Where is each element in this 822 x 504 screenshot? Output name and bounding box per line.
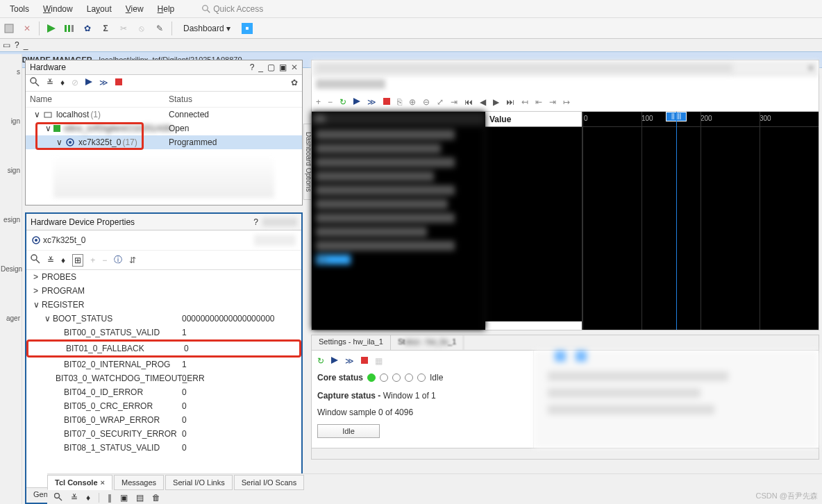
fast-forward-icon[interactable]: ≫ <box>99 78 108 87</box>
horizontal-scrollbar[interactable] <box>312 448 819 459</box>
search-icon[interactable] <box>54 493 62 503</box>
marker2-icon[interactable]: ⇤ <box>535 97 542 107</box>
tab-messages[interactable]: Messages <box>114 475 164 490</box>
waveform-canvas[interactable]: 0 100 200 300 || ||| <box>582 112 819 330</box>
play-icon[interactable] <box>85 78 92 87</box>
properties-tree[interactable]: > PROBES > PROGRAM ∨ REGISTER ∨ BOOT_STA… <box>26 270 301 487</box>
info-icon[interactable]: ⓘ <box>114 254 122 266</box>
marker3-icon[interactable]: ⇥ <box>549 97 556 107</box>
first-icon[interactable]: ⏮ <box>464 97 473 107</box>
remove-icon[interactable]: − <box>102 255 107 265</box>
help-small-icon[interactable]: ? <box>15 40 19 50</box>
play-icon[interactable] <box>353 97 360 107</box>
export-icon[interactable]: ⎘ <box>397 97 402 107</box>
menu-window[interactable]: Window <box>36 4 80 14</box>
minimize-icon[interactable]: _ <box>24 40 28 50</box>
refresh-icon[interactable]: ↻ <box>317 356 324 366</box>
chevron-icon[interactable]: > <box>33 272 42 282</box>
marker1-icon[interactable]: ↤ <box>521 97 528 107</box>
prev-icon[interactable]: ◀ <box>480 97 486 107</box>
tab-serial-scans[interactable]: Serial I/O Scans <box>234 475 304 490</box>
zoom-out-icon[interactable]: ⊖ <box>423 97 430 107</box>
close-panel-icon[interactable]: ✕ <box>291 62 298 72</box>
fast-forward-icon[interactable]: ≫ <box>367 97 376 107</box>
blue-badge-icon[interactable]: ■ <box>242 23 253 34</box>
restore-panel-icon[interactable]: ▢ <box>267 62 275 72</box>
min-icon[interactable]: ▭ <box>3 40 10 50</box>
stop-icon[interactable] <box>361 356 368 366</box>
property-row[interactable]: ∨ BOOT_STATUS 00000000000000000000 <box>26 312 301 326</box>
expand-all-icon[interactable]: ♦ <box>60 78 65 87</box>
save-icon[interactable] <box>3 22 15 35</box>
tree-icon[interactable]: ⊞ <box>72 254 83 267</box>
name-column-header[interactable]: Name <box>30 94 169 104</box>
strike-icon[interactable]: ⦸ <box>135 22 148 35</box>
tab-tcl-console[interactable]: Tcl Console × <box>47 475 112 490</box>
menu-help[interactable]: Help <box>151 4 182 14</box>
gear-icon[interactable]: ✿ <box>291 78 298 87</box>
tab-settings-ila[interactable]: Settings - hw_ila_1 <box>312 335 391 350</box>
property-row[interactable]: BIT01_0_FALLBACK 0 <box>28 342 192 355</box>
marker4-icon[interactable]: ↦ <box>563 97 570 107</box>
refresh-icon[interactable]: ↻ <box>339 97 346 107</box>
property-row[interactable]: BIT03_0_WATCHDOG_TIMEOUT_ERR 0 <box>26 371 301 385</box>
add-icon[interactable]: + <box>90 255 95 265</box>
maximize-panel-icon[interactable]: ▣ <box>279 62 287 72</box>
close-wave-icon[interactable]: ✕ <box>807 63 814 73</box>
cut-icon[interactable]: ✂ <box>117 22 130 35</box>
chevron-icon[interactable]: > <box>33 286 42 296</box>
minus-icon[interactable]: − <box>328 97 333 107</box>
expand-icon[interactable]: ♦ <box>61 255 65 265</box>
close-tab-icon[interactable]: × <box>101 478 105 487</box>
idle-button[interactable]: Idle <box>317 424 380 438</box>
property-row[interactable]: BIT05_0_CRC_ERROR 0 <box>26 399 301 413</box>
property-row[interactable]: BIT08_1_STATUS_VALID 0 <box>26 441 301 455</box>
fit-icon[interactable]: ⤢ <box>437 97 444 107</box>
tab-serial-links[interactable]: Serial I/O Links <box>165 475 233 490</box>
collapse-icon[interactable]: ≚ <box>47 255 54 265</box>
run-icon[interactable] <box>45 22 58 35</box>
copy-icon[interactable]: ▣ <box>120 493 128 503</box>
property-row[interactable]: ∨ REGISTER <box>26 298 301 312</box>
menu-tools[interactable]: Tools <box>3 4 36 14</box>
goto-icon[interactable]: ⇥ <box>451 97 458 107</box>
hardware-tree-row[interactable]: ∨ localhost (1) Connected <box>26 108 302 121</box>
property-row[interactable]: > PROBES <box>26 270 301 284</box>
property-row[interactable]: BIT02_0_INTERNAL_PROG 1 <box>26 358 301 371</box>
settings-icon[interactable]: ✿ <box>81 22 94 35</box>
hardware-tree[interactable]: ∨ localhost (1) Connected ∨ xilinx_tcf/D… <box>26 108 302 205</box>
stop-icon[interactable] <box>115 78 122 87</box>
chevron-down-icon[interactable]: ∨ <box>34 110 42 119</box>
chevron-icon[interactable]: ∨ <box>33 300 42 310</box>
menu-view[interactable]: View <box>119 4 151 14</box>
status-column-header[interactable]: Status <box>169 94 298 104</box>
step-icon[interactable] <box>63 22 76 35</box>
search-icon[interactable] <box>31 254 40 266</box>
pause-icon[interactable]: ‖ <box>108 493 112 503</box>
minimize-panel-icon[interactable]: _ <box>258 62 263 72</box>
property-row[interactable]: BIT04_0_ID_ERROR 0 <box>26 385 301 399</box>
collapse-all-icon[interactable]: ≚ <box>47 78 53 87</box>
quick-access-search[interactable]: Quick Access <box>202 4 263 14</box>
property-row[interactable]: BIT06_0_WRAP_ERROR 0 <box>26 413 301 427</box>
dashboard-dropdown[interactable]: Dashboard ▾ <box>178 22 236 35</box>
grid-icon[interactable]: ▦ <box>375 356 383 366</box>
last-icon[interactable]: ⏭ <box>506 97 514 107</box>
play-icon[interactable] <box>331 356 338 366</box>
collapse-icon[interactable]: ≚ <box>71 493 78 503</box>
search-icon[interactable] <box>30 77 40 89</box>
tab-status-ila[interactable]: Status - hw_ila_1 <box>391 335 464 350</box>
sigma-icon[interactable]: Σ <box>99 22 112 35</box>
sort-icon[interactable]: ⇵ <box>129 255 136 265</box>
trash-icon[interactable]: 🗑 <box>152 493 160 503</box>
wand-icon[interactable]: ✎ <box>153 22 166 35</box>
help-icon[interactable]: ? <box>250 62 255 72</box>
cancel-icon[interactable]: ✕ <box>21 22 33 35</box>
property-row[interactable]: > PROGRAM <box>26 284 301 298</box>
expand-icon[interactable]: ♦ <box>86 493 90 503</box>
stop-icon[interactable] <box>383 97 390 107</box>
menu-layout[interactable]: Layout <box>80 4 119 14</box>
zoom-in-icon[interactable]: ⊕ <box>409 97 416 107</box>
fast-forward-icon[interactable]: ≫ <box>345 356 354 366</box>
filter-icon[interactable]: ⊘ <box>72 78 78 87</box>
